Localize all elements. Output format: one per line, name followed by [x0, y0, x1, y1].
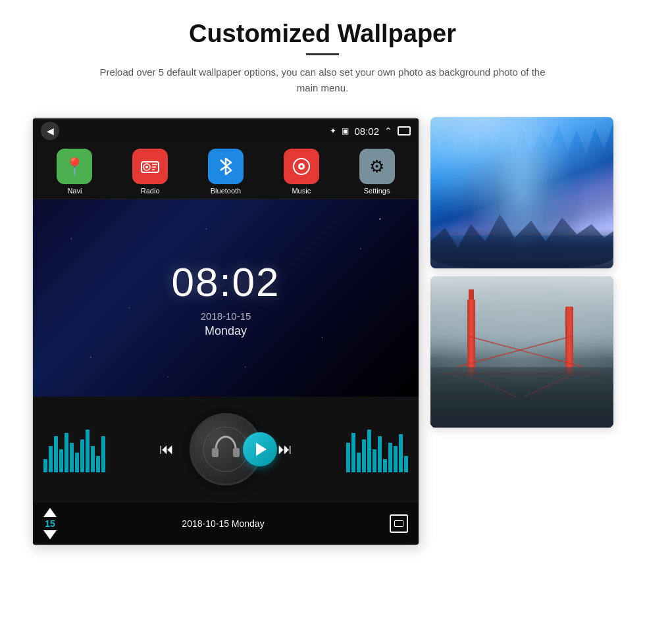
eq-bars-left — [43, 426, 105, 472]
settings-icon: ⚙ — [359, 149, 395, 184]
status-time: 08:02 — [354, 126, 379, 137]
navi-icon: 📍 — [57, 149, 92, 184]
eq-bar — [378, 436, 382, 472]
eq-bar — [346, 443, 350, 472]
navi-label: Navi — [67, 187, 82, 195]
eq-bar — [70, 443, 74, 472]
radio-label: Radio — [141, 187, 160, 195]
page-subtitle: Preload over 5 default wallpaper options… — [92, 64, 553, 96]
app-item-radio[interactable]: Radio — [113, 149, 188, 195]
status-bar-left: ◀ — [41, 122, 59, 140]
svg-rect-11 — [233, 448, 240, 457]
eq-bar — [96, 456, 100, 472]
eq-bar — [54, 436, 58, 472]
eq-bar — [86, 430, 90, 472]
music-player: ⏮ ⏭ — [33, 397, 419, 502]
eq-bar — [367, 430, 371, 472]
eq-bar — [59, 449, 63, 472]
nav-up-icon[interactable] — [43, 508, 57, 517]
svg-rect-10 — [212, 448, 219, 457]
play-icon — [256, 443, 267, 456]
eq-bar — [404, 456, 408, 472]
svg-point-2 — [145, 166, 148, 168]
eq-bar — [75, 453, 79, 472]
clock-time: 08:02 — [171, 259, 280, 305]
wallpaper-area: 08:02 2018-10-15 Monday — [33, 199, 419, 397]
chevron-up-icon: ⌃ — [384, 126, 392, 136]
page-header: Customized Wallpaper Preload over 5 defa… — [0, 0, 645, 107]
svg-point-8 — [300, 165, 303, 168]
play-button[interactable] — [243, 432, 277, 466]
device-screen: ◀ ✦ ▣ 08:02 ⌃ 📍 Navi — [32, 117, 420, 546]
eq-bar — [362, 439, 366, 472]
settings-label: Settings — [364, 187, 390, 195]
clock-date: 2018-10-15 — [201, 310, 251, 322]
window-icon — [398, 126, 411, 136]
signal-icon: ▣ — [342, 126, 349, 136]
radio-icon — [132, 149, 168, 184]
player-controls: ⏮ ⏭ — [116, 413, 336, 485]
status-bar-right: ✦ ▣ 08:02 ⌃ — [330, 126, 411, 137]
eq-bar — [357, 453, 361, 472]
title-underline — [306, 53, 339, 55]
eq-bar — [101, 436, 105, 472]
page-title: Customized Wallpaper — [53, 20, 592, 48]
app-item-bluetooth[interactable]: Bluetooth — [188, 149, 264, 195]
app-item-navi[interactable]: 📍 Navi — [37, 149, 113, 195]
fast-forward-button[interactable]: ⏭ — [278, 441, 292, 458]
eq-bar — [373, 449, 376, 472]
content-area: ◀ ✦ ▣ 08:02 ⌃ 📍 Navi — [0, 107, 645, 566]
status-bar: ◀ ✦ ▣ 08:02 ⌃ — [33, 118, 419, 143]
app-item-music[interactable]: Music — [263, 149, 339, 195]
back-button[interactable]: ◀ — [41, 122, 59, 140]
track-navigator: 15 — [43, 508, 57, 539]
bluetooth-status-icon: ✦ — [330, 126, 336, 136]
track-number: 15 — [45, 518, 55, 529]
eq-bar — [64, 433, 68, 472]
nav-inner-icon — [394, 520, 403, 527]
eq-bar — [383, 459, 387, 472]
eq-bars-right — [346, 426, 408, 472]
app-bar: 📍 Navi Radio — [33, 143, 419, 199]
bluetooth-label: Bluetooth — [211, 187, 241, 195]
bluetooth-app-icon — [208, 149, 244, 184]
music-icon — [284, 149, 319, 184]
album-disc — [190, 413, 262, 485]
ice-cave-image — [430, 117, 613, 268]
ice-cave-photo — [430, 117, 613, 268]
eq-bar — [91, 446, 95, 472]
app-item-settings[interactable]: ⚙ Settings — [339, 149, 415, 195]
bridge-water — [430, 367, 613, 428]
eq-bar — [43, 459, 47, 472]
bridge-image — [430, 276, 613, 428]
svg-point-9 — [203, 427, 248, 472]
eq-bar — [388, 443, 392, 472]
eq-bar — [49, 446, 53, 472]
bridge-photo — [430, 276, 613, 428]
music-label: Music — [292, 187, 311, 195]
eq-bar — [80, 439, 84, 472]
rewind-button[interactable]: ⏮ — [159, 441, 174, 458]
eq-bar — [399, 434, 403, 472]
nav-down-icon[interactable] — [43, 530, 57, 539]
eq-bar — [351, 433, 355, 472]
clock-day: Monday — [205, 324, 247, 338]
nav-button[interactable] — [390, 514, 408, 533]
bottom-date-label: 2018-10-15 Monday — [182, 518, 264, 529]
eq-bar — [394, 446, 398, 472]
wallpaper-samples — [430, 117, 613, 428]
bottom-bar: 15 2018-10-15 Monday — [33, 502, 419, 545]
